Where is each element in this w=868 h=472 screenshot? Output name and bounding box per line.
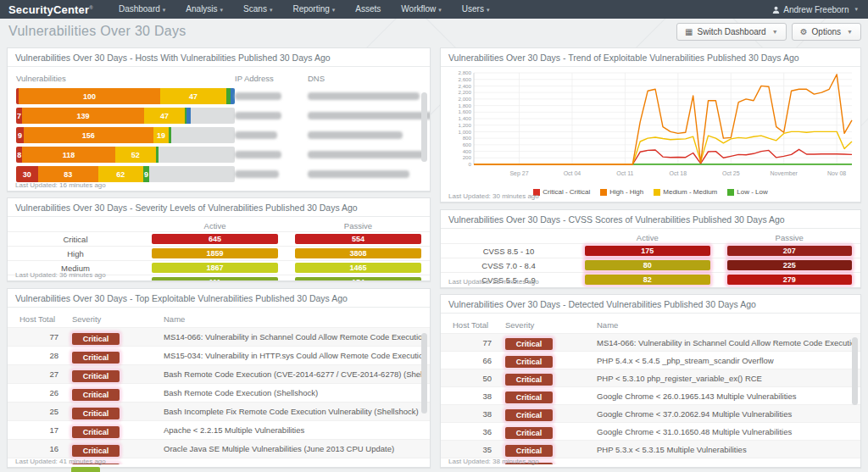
bar-segment-m[interactable]: 19: [153, 127, 170, 143]
vertical-scrollbar[interactable]: [421, 92, 427, 162]
vulnerability-row[interactable]: 77CriticalMS14-066: Vulnerability in Sch…: [8, 327, 430, 346]
vulnerability-row[interactable]: 17CriticalApache < 2.2.15 Multiple Vulne…: [8, 420, 430, 439]
column-header-host-total[interactable]: Host Total: [453, 320, 505, 330]
vulnerability-name-link[interactable]: Bash Remote Code Execution (Shellshock): [164, 388, 423, 397]
vulnerability-name-link[interactable]: MS14-066: Vulnerability in Schannel Coul…: [597, 338, 854, 347]
passive-count-bar[interactable]: 1465: [295, 263, 421, 273]
bar-segment-m[interactable]: 47: [144, 108, 186, 124]
nav-item-analysis[interactable]: Analysis▾: [175, 0, 233, 19]
vulnerability-row[interactable]: 77CriticalMS14-066: Vulnerability in Sch…: [441, 333, 860, 351]
vulnerability-name-link[interactable]: PHP 5.3.x < 5.3.15 Multiple Vulnerabilit…: [597, 445, 854, 454]
bar-segment-m[interactable]: 47: [160, 88, 226, 104]
column-header-ip-address[interactable]: IP Address: [235, 74, 308, 83]
bar-segment-h[interactable]: 139: [22, 108, 143, 124]
column-header-vulnerabilities[interactable]: Vulnerabilities: [16, 74, 235, 83]
legend-item-medium[interactable]: Medium - Medium: [654, 188, 717, 196]
column-header-passive[interactable]: Passive: [719, 233, 861, 242]
passive-count-bar[interactable]: 225: [727, 260, 853, 270]
bar-segment-h[interactable]: 118: [22, 147, 114, 163]
vulnerability-name-link[interactable]: Oracle Java SE Multiple Vulnerabilities …: [164, 444, 423, 453]
vulnerability-name-link[interactable]: Google Chrome < 31.0.1650.48 Multiple Vu…: [597, 427, 854, 436]
vertical-scrollbar[interactable]: [852, 337, 858, 405]
bar-segment-m[interactable]: 52: [115, 147, 156, 163]
bar-segment-c[interactable]: 8: [16, 147, 22, 163]
host-row[interactable]: 713947: [16, 108, 408, 124]
nav-item-users[interactable]: Users▾: [452, 0, 500, 19]
vulnerability-name-link[interactable]: PHP < 5.3.10 php_register_variable_ex() …: [597, 374, 854, 383]
vulnerability-row[interactable]: 28CriticalMS15-034: Vulnerability in HTT…: [8, 346, 430, 364]
passive-count-bar[interactable]: 554: [295, 234, 421, 244]
bar-segment-h[interactable]: 156: [24, 127, 153, 143]
vulnerability-name-link[interactable]: Bash Remote Code Execution (CVE-2014-627…: [164, 369, 423, 379]
column-header-host-total[interactable]: Host Total: [19, 314, 72, 324]
bar-segment-i[interactable]: [186, 108, 191, 124]
vulnerability-name-link[interactable]: Google Chrome < 26.0.1965.143 Multiple V…: [597, 391, 854, 401]
nav-item-scans[interactable]: Scans▾: [233, 0, 282, 19]
vulnerability-row[interactable]: 38CriticalGoogle Chrome < 37.0.2062.94 M…: [441, 404, 860, 422]
column-header-active[interactable]: Active: [143, 221, 287, 230]
legend-item-high[interactable]: High - High: [600, 188, 643, 196]
host-row[interactable]: 915619: [16, 127, 408, 143]
vulnerability-name-link[interactable]: Bash Incomplete Fix Remote Code Executio…: [164, 407, 423, 416]
trend-line-chart[interactable]: 02004006008001,0001,2001,4001,6001,8002,…: [443, 69, 858, 187]
passive-count-bar[interactable]: 207: [727, 246, 853, 256]
passive-count-bar[interactable]: 3808: [295, 248, 421, 258]
active-count-bar[interactable]: 175: [585, 246, 710, 256]
switch-dashboard-button[interactable]: ▦ Switch Dashboard ▼: [676, 23, 787, 41]
active-count-bar[interactable]: 82: [585, 275, 710, 285]
table-row[interactable]: CVSS 7.0 - 8.480225: [441, 258, 860, 272]
column-header-severity[interactable]: Severity: [505, 320, 597, 330]
vulnerability-row[interactable]: 66CriticalPHP 5.4.x < 5.4.5 _php_stream_…: [441, 351, 860, 369]
bar-segment-c[interactable]: 9: [16, 127, 24, 143]
table-row[interactable]: High18593808: [8, 246, 430, 260]
active-count-bar[interactable]: 111: [152, 277, 278, 281]
nav-item-assets[interactable]: Assets: [345, 0, 391, 19]
vulnerability-row[interactable]: 16CriticalOracle Java SE Multiple Vulner…: [8, 439, 430, 458]
vulnerability-row[interactable]: 25CriticalBash Incomplete Fix Remote Cod…: [8, 402, 430, 420]
vulnerability-row[interactable]: 35CriticalPHP 5.3.x < 5.3.15 Multiple Vu…: [441, 440, 860, 458]
legend-item-critical[interactable]: Critical - Critical: [533, 188, 590, 196]
app-logo[interactable]: SecurityCenter®: [0, 3, 108, 16]
host-row[interactable]: 3083629: [16, 166, 408, 182]
vulnerability-name-link[interactable]: Google Chrome < 37.0.2062.94 Multiple Vu…: [597, 409, 854, 419]
active-count-bar[interactable]: 1867: [152, 263, 278, 273]
column-header-active[interactable]: Active: [576, 233, 719, 242]
nav-item-dashboard[interactable]: Dashboard▾: [108, 0, 175, 19]
bar-segment-l[interactable]: [169, 127, 171, 143]
vulnerability-name-link[interactable]: MS15-034: Vulnerability in HTTP.sys Coul…: [164, 351, 423, 360]
bar-segment-c[interactable]: 30: [16, 166, 38, 182]
vulnerability-name-link[interactable]: PHP 5.4.x < 5.4.5 _php_stream_scandir Ov…: [597, 356, 854, 365]
options-button[interactable]: ⚙ Options ▼: [792, 23, 861, 41]
vulnerability-row[interactable]: 50CriticalPHP < 5.3.10 php_register_vari…: [441, 369, 860, 386]
vulnerability-name-link[interactable]: Apache < 2.2.15 Multiple Vulnerabilities: [164, 425, 423, 435]
bar-segment-l[interactable]: [156, 147, 159, 163]
bar-segment-l[interactable]: 9: [143, 166, 150, 182]
column-header-name[interactable]: Name: [597, 320, 854, 330]
passive-count-bar[interactable]: 154: [295, 277, 421, 281]
vulnerability-row[interactable]: 36CriticalGoogle Chrome < 31.0.1650.48 M…: [441, 422, 860, 440]
vulnerability-row[interactable]: 26CriticalBash Remote Code Execution (Sh…: [8, 383, 430, 402]
active-count-bar[interactable]: 1859: [152, 248, 278, 258]
bar-segment-c[interactable]: 7: [16, 108, 22, 124]
host-row[interactable]: 811852: [16, 147, 408, 163]
bar-segment-h[interactable]: 100: [19, 88, 159, 104]
table-row[interactable]: Critical645554: [8, 231, 430, 246]
column-header-dns[interactable]: DNS: [308, 74, 408, 83]
bar-segment-m[interactable]: 62: [98, 166, 143, 182]
vulnerability-row[interactable]: 27CriticalBash Remote Code Execution (CV…: [8, 364, 430, 383]
vertical-scrollbar[interactable]: [421, 333, 427, 414]
column-header-name[interactable]: Name: [164, 314, 423, 324]
vulnerability-name-link[interactable]: MS14-066: Vulnerability in Schannel Coul…: [164, 332, 423, 342]
nav-item-workflow[interactable]: Workflow▾: [391, 0, 451, 19]
table-row[interactable]: CVSS 8.5 - 10175207: [441, 243, 860, 258]
active-count-bar[interactable]: 645: [152, 234, 278, 244]
bar-segment-h[interactable]: 83: [38, 166, 98, 182]
passive-count-bar[interactable]: 279: [727, 275, 853, 285]
nav-item-reporting[interactable]: Reporting▾: [282, 0, 345, 19]
active-count-bar[interactable]: 80: [585, 260, 710, 270]
legend-item-low[interactable]: Low - Low: [727, 188, 767, 196]
host-row[interactable]: 10047: [16, 88, 408, 104]
column-header-severity[interactable]: Severity: [72, 314, 164, 324]
column-header-passive[interactable]: Passive: [287, 221, 430, 230]
vulnerability-row[interactable]: 38CriticalGoogle Chrome < 26.0.1965.143 …: [441, 386, 860, 404]
